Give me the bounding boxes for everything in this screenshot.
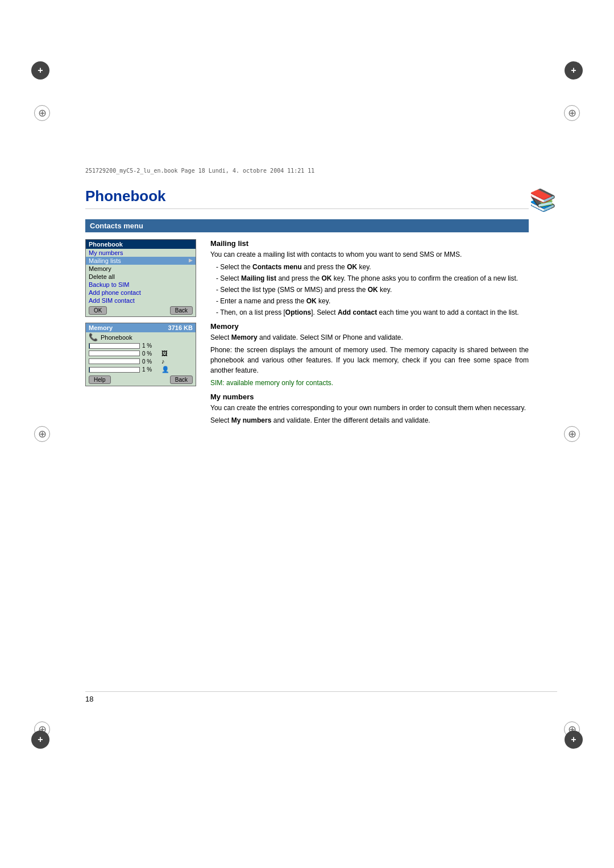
memory-bar-label-4: 1 %	[142, 366, 159, 373]
phone-icon: 📞	[89, 333, 98, 341]
memory-bar-row-4: 1 % 👤	[86, 365, 196, 374]
memory-line2: Phone: the screen displays the amount of…	[210, 345, 529, 375]
dark-circle-top-right	[565, 61, 583, 80]
mailing-list-step-5: Then, on a list press [Options]. Select …	[216, 307, 529, 318]
page-header-meta: 251729200_myC5-2_lu_en.book Page 18 Lund…	[85, 168, 314, 174]
reg-mark-mid-left	[34, 426, 50, 442]
my-numbers-line1: You can create the entries corresponding…	[210, 403, 529, 413]
phonebook-book-icon: 📚	[529, 189, 556, 211]
reg-mark-top-right	[564, 105, 580, 121]
memory-bar-fill-1	[89, 344, 90, 348]
memory-bar-label-3: 0 %	[142, 358, 159, 365]
mailing-list-intro: You can create a mailing list with conta…	[210, 249, 529, 260]
my-numbers-line2: Select My numbers and validate. Enter th…	[210, 415, 529, 425]
mailing-list-title: Mailing list	[210, 239, 529, 248]
mailing-list-step-1: Select the Contacts menu and press the O…	[216, 262, 529, 272]
memory-bar-2	[89, 350, 140, 356]
mailing-list-step-3: Select the list type (SMS or MMS) and pr…	[216, 285, 529, 295]
memory-bar-row-1: 1 %	[86, 342, 196, 349]
memory-title-label: Memory	[89, 324, 113, 331]
main-content: Phonebook Contacts menu Phonebook My num…	[85, 187, 529, 428]
memory-bar-4	[89, 367, 140, 373]
dark-circle-top-left	[31, 61, 49, 80]
right-column: Mailing list You can create a mailing li…	[210, 239, 529, 428]
memory-size-label: 3716 KB	[168, 324, 193, 331]
phonebook-menu-screen: Phonebook My numbers Mailing lists ▶ Mem…	[85, 239, 196, 317]
memory-bar-3	[89, 358, 140, 364]
two-column-layout: Phonebook My numbers Mailing lists ▶ Mem…	[85, 239, 529, 428]
mailing-list-step-2: Select Mailing list and press the OK key…	[216, 273, 529, 283]
screen-btn-back-memory[interactable]: Back	[170, 375, 193, 384]
memory-bar-row-3: 0 % ♪	[86, 357, 196, 365]
section-header-contacts-menu: Contacts menu	[85, 219, 529, 232]
screen-title-phonebook: Phonebook	[86, 240, 196, 249]
menu-item-add-phone: Add phone contact	[86, 289, 196, 297]
memory-icon-2: 🖼	[161, 350, 168, 357]
reg-mark-top-left	[34, 105, 50, 121]
bottom-rule	[85, 691, 557, 692]
memory-bar-label-1: 1 %	[142, 343, 159, 349]
memory-screen: Memory 3716 KB 📞 Phonebook 1 %	[85, 323, 196, 386]
memory-line3: SIM: available memory only for contacts.	[210, 378, 529, 388]
menu-item-backup-sim: Backup to SIM	[86, 281, 196, 289]
mailing-list-step-4: Enter a name and press the OK key.	[216, 296, 529, 306]
left-column: Phonebook My numbers Mailing lists ▶ Mem…	[85, 239, 199, 428]
memory-bar-row-2: 0 % 🖼	[86, 349, 196, 357]
page-title: Phonebook	[85, 187, 529, 209]
screen-btn-ok[interactable]: OK	[89, 306, 107, 315]
memory-bar-fill-4	[89, 368, 90, 372]
memory-bar-1	[89, 343, 140, 349]
menu-item-memory: Memory	[86, 265, 196, 273]
screen-buttons-phonebook: OK Back	[86, 304, 196, 316]
menu-item-delete-all: Delete all	[86, 273, 196, 281]
dark-circle-bottom-right	[565, 731, 583, 749]
memory-icon-4: 👤	[161, 366, 169, 373]
menu-item-my-numbers: My numbers	[86, 249, 196, 257]
my-numbers-title: My numbers	[210, 393, 529, 401]
screen-btn-back[interactable]: Back	[170, 306, 193, 315]
dark-circle-bottom-left	[31, 731, 49, 749]
screen-btn-help[interactable]: Help	[89, 375, 111, 384]
menu-item-mailing-lists: Mailing lists ▶	[86, 257, 196, 265]
reg-mark-mid-right	[564, 426, 580, 442]
memory-phonebook-row: 📞 Phonebook	[86, 332, 196, 342]
memory-phonebook-label: Phonebook	[101, 334, 132, 341]
screen-buttons-memory: Help Back	[86, 374, 196, 386]
memory-section-title: Memory	[210, 322, 529, 331]
memory-icon-3: ♪	[161, 358, 165, 365]
memory-bar-label-2: 0 %	[142, 350, 159, 357]
menu-item-add-sim: Add SIM contact	[86, 297, 196, 304]
memory-line1: Select Memory and validate. Select SIM o…	[210, 332, 529, 343]
page-number: 18	[85, 695, 93, 703]
memory-title-bar: Memory 3716 KB	[86, 323, 196, 332]
